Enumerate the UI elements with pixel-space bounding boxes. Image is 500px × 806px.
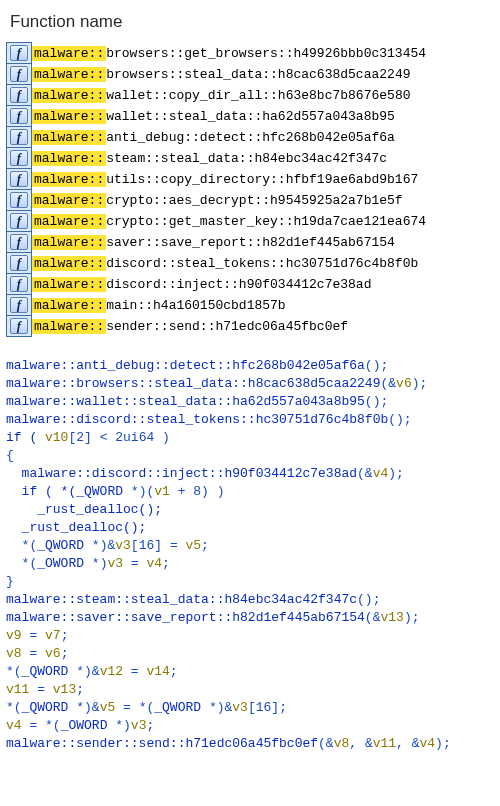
function-row[interactable]: fmalware::saver::save_report::h82d1ef445… bbox=[7, 232, 427, 253]
function-hash: h9545925a2a7b1e5f bbox=[270, 193, 403, 208]
function-path: crypto::get_master_key:: bbox=[106, 214, 293, 229]
function-hash: hfc268b042e05af6a bbox=[262, 130, 395, 145]
function-hash: h71edc06a45fbc0ef bbox=[215, 319, 348, 334]
column-header: Function name bbox=[10, 12, 490, 32]
highlight: malware:: bbox=[32, 67, 106, 82]
function-name[interactable]: malware::discord::inject::h90f034412c7e3… bbox=[32, 274, 427, 295]
code-line: v4 = *(_OWORD *)v3; bbox=[6, 717, 494, 735]
function-icon: f bbox=[7, 106, 32, 127]
function-row[interactable]: fmalware::crypto::get_master_key::h19da7… bbox=[7, 211, 427, 232]
code-line: { bbox=[6, 447, 494, 465]
highlight: malware:: bbox=[32, 277, 106, 292]
function-name[interactable]: malware::wallet::copy_dir_all::h63e8bc7b… bbox=[32, 85, 427, 106]
function-path: steam::steal_data:: bbox=[106, 151, 254, 166]
function-path: anti_debug::detect:: bbox=[106, 130, 262, 145]
function-hash: ha62d557a043a8b95 bbox=[262, 109, 395, 124]
function-icon: f bbox=[7, 148, 32, 169]
function-row[interactable]: fmalware::wallet::copy_dir_all::h63e8bc7… bbox=[7, 85, 427, 106]
function-hash: h4a160150cbd1857b bbox=[153, 298, 286, 313]
highlight: malware:: bbox=[32, 130, 106, 145]
highlight: malware:: bbox=[32, 109, 106, 124]
function-name[interactable]: malware::wallet::steal_data::ha62d557a04… bbox=[32, 106, 427, 127]
highlight: malware:: bbox=[32, 46, 106, 61]
function-row[interactable]: fmalware::browsers::steal_data::h8cac638… bbox=[7, 64, 427, 85]
function-hash: h63e8bc7b8676e580 bbox=[278, 88, 411, 103]
code-line: *(_OWORD *)v3 = v4; bbox=[6, 555, 494, 573]
function-name[interactable]: malware::browsers::get_browsers::h49926b… bbox=[32, 43, 427, 64]
function-path: browsers::get_browsers:: bbox=[106, 46, 293, 61]
function-icon: f bbox=[7, 274, 32, 295]
code-line: *(_QWORD *)&v5 = *(_QWORD *)&v3[16]; bbox=[6, 699, 494, 717]
highlight: malware:: bbox=[32, 172, 106, 187]
function-path: sender::send:: bbox=[106, 319, 215, 334]
code-line: if ( v10[2] < 2ui64 ) bbox=[6, 429, 494, 447]
code-line: if ( *(_QWORD *)(v1 + 8) ) bbox=[6, 483, 494, 501]
function-name[interactable]: malware::anti_debug::detect::hfc268b042e… bbox=[32, 127, 427, 148]
function-name[interactable]: malware::utils::copy_directory::hfbf19ae… bbox=[32, 169, 427, 190]
function-icon: f bbox=[7, 316, 32, 337]
highlight: malware:: bbox=[32, 88, 106, 103]
function-path: main:: bbox=[106, 298, 153, 313]
code-line: v9 = v7; bbox=[6, 627, 494, 645]
function-icon: f bbox=[7, 211, 32, 232]
function-icon: f bbox=[7, 232, 32, 253]
function-path: discord::steal_tokens:: bbox=[106, 256, 285, 271]
function-row[interactable]: fmalware::utils::copy_directory::hfbf19a… bbox=[7, 169, 427, 190]
code-line: v8 = v6; bbox=[6, 645, 494, 663]
highlight: malware:: bbox=[32, 193, 106, 208]
code-line: malware::wallet::steal_data::ha62d557a04… bbox=[6, 393, 494, 411]
function-hash: h82d1ef445ab67154 bbox=[262, 235, 395, 250]
function-row[interactable]: fmalware::anti_debug::detect::hfc268b042… bbox=[7, 127, 427, 148]
function-row[interactable]: fmalware::crypto::aes_decrypt::h9545925a… bbox=[7, 190, 427, 211]
function-hash: h90f034412c7e38ad bbox=[239, 277, 372, 292]
function-row[interactable]: fmalware::browsers::get_browsers::h49926… bbox=[7, 43, 427, 64]
highlight: malware:: bbox=[32, 298, 106, 313]
function-path: wallet::copy_dir_all:: bbox=[106, 88, 278, 103]
code-line: malware::sender::send::h71edc06a45fbc0ef… bbox=[6, 735, 494, 753]
function-name[interactable]: malware::main::h4a160150cbd1857b bbox=[32, 295, 427, 316]
function-row[interactable]: fmalware::steam::steal_data::h84ebc34ac4… bbox=[7, 148, 427, 169]
code-line: malware::discord::inject::h90f034412c7e3… bbox=[6, 465, 494, 483]
highlight: malware:: bbox=[32, 256, 106, 271]
highlight: malware:: bbox=[32, 214, 106, 229]
function-icon: f bbox=[7, 253, 32, 274]
code-line: *(_QWORD *)&v12 = v14; bbox=[6, 663, 494, 681]
function-hash: h84ebc34ac42f347c bbox=[254, 151, 387, 166]
function-icon: f bbox=[7, 295, 32, 316]
code-line: } bbox=[6, 573, 494, 591]
function-icon: f bbox=[7, 127, 32, 148]
function-row[interactable]: fmalware::sender::send::h71edc06a45fbc0e… bbox=[7, 316, 427, 337]
function-hash: h49926bbb0c313454 bbox=[293, 46, 426, 61]
function-row[interactable]: fmalware::main::h4a160150cbd1857b bbox=[7, 295, 427, 316]
function-hash: hfbf19ae6abd9b167 bbox=[286, 172, 419, 187]
code-line: _rust_dealloc(); bbox=[6, 501, 494, 519]
main-panel: Function name fmalware::browsers::get_br… bbox=[0, 0, 500, 761]
function-name[interactable]: malware::browsers::steal_data::h8cac638d… bbox=[32, 64, 427, 85]
function-name[interactable]: malware::crypto::aes_decrypt::h9545925a2… bbox=[32, 190, 427, 211]
function-path: discord::inject:: bbox=[106, 277, 239, 292]
function-icon: f bbox=[7, 64, 32, 85]
function-name[interactable]: malware::discord::steal_tokens::hc30751d… bbox=[32, 253, 427, 274]
code-line: *(_QWORD *)&v3[16] = v5; bbox=[6, 537, 494, 555]
code-line: malware::browsers::steal_data::h8cac638d… bbox=[6, 375, 494, 393]
function-row[interactable]: fmalware::discord::inject::h90f034412c7e… bbox=[7, 274, 427, 295]
highlight: malware:: bbox=[32, 235, 106, 250]
highlight: malware:: bbox=[32, 319, 106, 334]
function-path: wallet::steal_data:: bbox=[106, 109, 262, 124]
function-hash: h19da7cae121ea674 bbox=[293, 214, 426, 229]
code-line: malware::anti_debug::detect::hfc268b042e… bbox=[6, 357, 494, 375]
code-line: _rust_dealloc(); bbox=[6, 519, 494, 537]
function-row[interactable]: fmalware::wallet::steal_data::ha62d557a0… bbox=[7, 106, 427, 127]
function-name[interactable]: malware::steam::steal_data::h84ebc34ac42… bbox=[32, 148, 427, 169]
code-line: malware::steam::steal_data::h84ebc34ac42… bbox=[6, 591, 494, 609]
function-row[interactable]: fmalware::discord::steal_tokens::hc30751… bbox=[7, 253, 427, 274]
decompiled-code: malware::anti_debug::detect::hfc268b042e… bbox=[6, 357, 494, 753]
code-line: v11 = v13; bbox=[6, 681, 494, 699]
function-icon: f bbox=[7, 190, 32, 211]
code-line: malware::saver::save_report::h82d1ef445a… bbox=[6, 609, 494, 627]
function-name[interactable]: malware::saver::save_report::h82d1ef445a… bbox=[32, 232, 427, 253]
function-path: browsers::steal_data:: bbox=[106, 67, 278, 82]
function-name[interactable]: malware::sender::send::h71edc06a45fbc0ef bbox=[32, 316, 427, 337]
function-name[interactable]: malware::crypto::get_master_key::h19da7c… bbox=[32, 211, 427, 232]
code-line: malware::discord::steal_tokens::hc30751d… bbox=[6, 411, 494, 429]
